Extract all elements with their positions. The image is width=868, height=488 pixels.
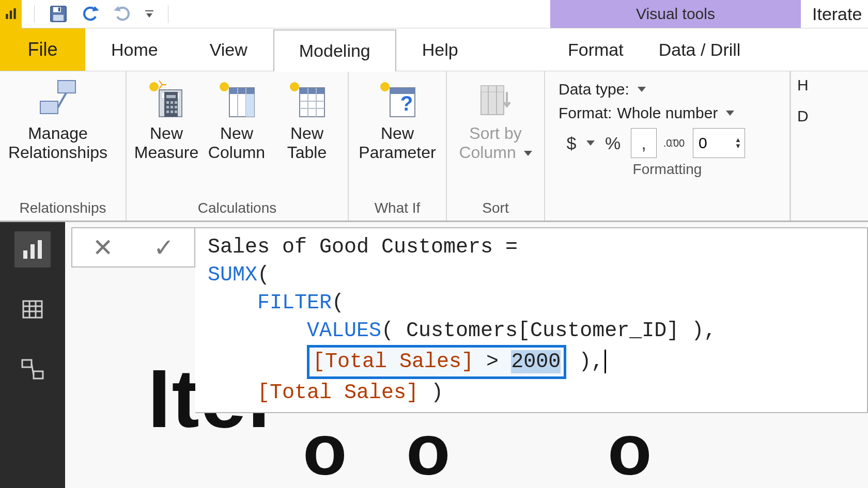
svg-rect-2 — [13, 8, 16, 19]
decimal-places-input[interactable] — [693, 134, 735, 152]
svg-rect-11 — [58, 81, 75, 93]
label: New — [220, 124, 253, 143]
sort-by-column-button[interactable]: Sort byColumn — [453, 75, 538, 162]
undo-button[interactable] — [79, 3, 102, 25]
format-dropdown[interactable] — [726, 111, 734, 116]
svg-rect-50 — [30, 244, 35, 259]
truncated-label: D — [797, 107, 822, 125]
ribbon-group-sort: Sort byColumn Sort — [447, 71, 545, 221]
cancel-formula-button[interactable]: ✕ — [92, 233, 113, 262]
new-column-button[interactable]: NewColumn — [203, 75, 270, 162]
svg-marker-10 — [146, 13, 152, 18]
data-view-button[interactable] — [14, 291, 51, 327]
selected-literal: 2000 — [511, 350, 561, 373]
svg-rect-46 — [481, 86, 504, 92]
label: Relationships — [8, 143, 107, 162]
view-switcher — [0, 222, 65, 488]
ribbon-group-calculations: NewMeasure NewColumn NewTable Calculatio… — [127, 71, 349, 221]
group-label: Formatting — [551, 158, 783, 182]
label: Sort by — [469, 124, 521, 143]
svg-rect-0 — [6, 14, 8, 19]
qat-customize-dropdown[interactable] — [143, 9, 156, 19]
relationships-icon — [36, 77, 80, 121]
background-glyph: o — [608, 408, 652, 488]
background-glyph: o — [303, 408, 347, 488]
svg-rect-1 — [10, 11, 12, 19]
report-canvas[interactable]: Iter o o o ✕ ✓ Sales of Good Customers =… — [65, 222, 868, 488]
tab-file[interactable]: File — [0, 28, 85, 71]
new-measure-button[interactable]: NewMeasure — [133, 75, 200, 162]
label: Measure — [134, 143, 199, 162]
svg-rect-24 — [175, 106, 177, 108]
column-ref: Customers[Customer_ID] — [406, 319, 679, 342]
formula-editor[interactable]: Sales of Good Customers = SUMX( FILTER( … — [195, 227, 868, 413]
data-type-dropdown[interactable] — [638, 87, 646, 92]
truncated-label: H — [797, 76, 822, 94]
svg-point-14 — [149, 82, 159, 91]
new-parameter-button[interactable]: ? NewParameter — [355, 75, 440, 162]
report-view-button[interactable] — [14, 231, 51, 267]
manage-relationships-button[interactable]: ManageRelationships — [6, 75, 110, 162]
ribbon-group-truncated: H D — [791, 71, 822, 221]
measure-name: Sales of Good Customers = — [208, 235, 530, 259]
dax-function-filter: FILTER — [257, 291, 332, 314]
sort-icon — [474, 77, 517, 121]
svg-rect-52 — [23, 301, 42, 318]
tab-data-drill[interactable]: Data / Drill — [641, 28, 758, 71]
ribbon-group-whatif: ? NewParameter What If — [349, 71, 447, 221]
svg-rect-58 — [34, 371, 43, 379]
decimal-places-stepper[interactable]: ▲▼ — [693, 128, 745, 158]
thousands-separator-button[interactable]: , — [631, 128, 657, 158]
currency-dropdown[interactable] — [586, 140, 595, 146]
chevron-down-icon — [524, 151, 532, 156]
svg-rect-57 — [22, 360, 32, 367]
format-value[interactable]: Whole number — [617, 104, 718, 122]
save-button[interactable] — [47, 3, 70, 25]
svg-rect-20 — [171, 101, 173, 104]
formula-bar-buttons: ✕ ✓ — [71, 227, 195, 267]
main-area: Iter o o o ✕ ✓ Sales of Good Customers =… — [0, 222, 868, 488]
svg-rect-36 — [300, 88, 324, 94]
percent-format-button[interactable]: % — [600, 128, 626, 158]
label: Column — [208, 143, 265, 162]
svg-rect-26 — [171, 111, 173, 113]
label: New — [381, 124, 414, 143]
tab-format[interactable]: Format — [550, 28, 641, 71]
svg-rect-9 — [145, 10, 153, 11]
parameter-icon: ? — [376, 77, 419, 121]
currency-format-button[interactable]: $ — [559, 128, 584, 158]
commit-formula-button[interactable]: ✓ — [153, 233, 174, 262]
svg-rect-30 — [229, 88, 254, 94]
group-label: Calculations — [133, 197, 342, 221]
model-view-button[interactable] — [14, 351, 51, 387]
tab-home[interactable]: Home — [85, 28, 184, 71]
svg-rect-51 — [38, 240, 42, 259]
tab-view[interactable]: View — [184, 28, 273, 71]
svg-point-34 — [290, 82, 299, 91]
svg-rect-19 — [166, 101, 169, 104]
operator-gt: > — [486, 350, 499, 373]
svg-rect-6 — [58, 8, 60, 12]
highlighted-expression: [Total Sales] > 2000 — [307, 345, 566, 379]
svg-line-59 — [32, 364, 34, 375]
stepper-down[interactable]: ▼ — [735, 143, 741, 149]
measure-ref: [Total Sales] — [313, 350, 474, 373]
document-title: Iterate — [812, 0, 862, 28]
tab-modeling[interactable]: Modeling — [273, 29, 396, 72]
app-icon — [0, 0, 22, 28]
tab-help[interactable]: Help — [396, 28, 484, 71]
group-label: What If — [355, 197, 440, 221]
svg-point-41 — [380, 82, 390, 91]
measure-ref: [Total Sales] — [257, 381, 419, 404]
label: Table — [287, 143, 327, 162]
ribbon-group-relationships: ManageRelationships Relationships — [0, 71, 127, 221]
data-type-label: Data type: — [559, 81, 629, 98]
new-table-button[interactable]: NewTable — [273, 75, 340, 162]
ribbon-group-formatting: Data type: Format: Whole number $ % , .0… — [545, 71, 791, 221]
separator — [34, 5, 35, 23]
svg-rect-21 — [175, 101, 177, 104]
contextual-tabs: Format Data / Drill — [550, 28, 758, 71]
redo-button[interactable] — [111, 3, 134, 25]
svg-rect-49 — [23, 250, 27, 259]
label: New — [290, 124, 323, 143]
